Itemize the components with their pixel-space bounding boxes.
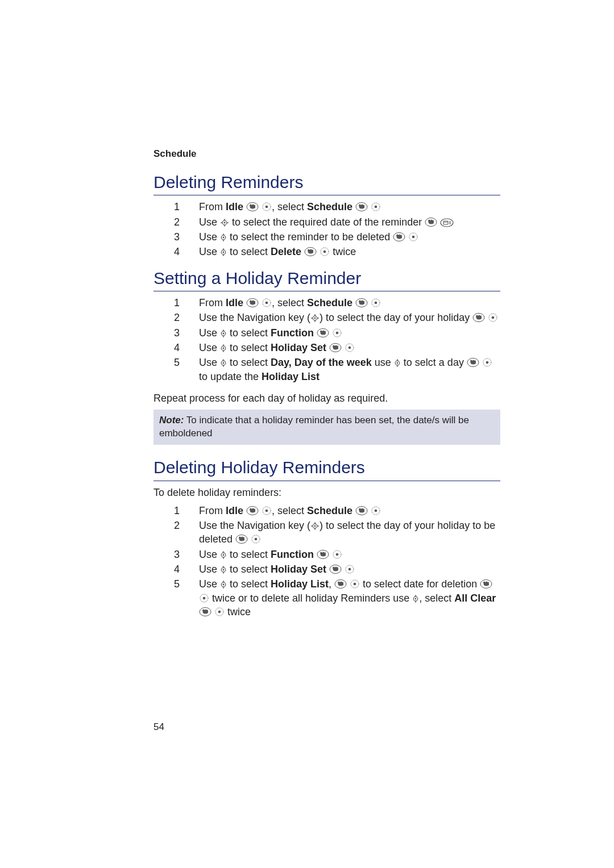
text: Use [199,564,220,575]
step-body: Use to select the required date of the r… [199,215,500,229]
nav-vertical-icon [220,248,227,257]
manual-page: Schedule Deleting Reminders 1 From Idle … [0,0,614,779]
step: 3 Use to select the reminder to be delet… [174,230,500,244]
text: Use [199,327,220,339]
heading-deleting-reminders: Deleting Reminders [154,171,500,196]
hand-icon [317,328,329,338]
step: 5 Use to select Holiday List, to select … [174,577,500,619]
step-body: Use the Navigation key () to select the … [199,311,500,324]
note-label: Note: [159,415,184,425]
text: Holiday List [271,578,329,590]
text: Schedule [307,201,352,212]
step-number: 1 [174,504,181,518]
text: twice [330,246,356,257]
step-number: 3 [174,548,181,561]
step: 5 Use to select Day, Day of the week use… [174,356,500,383]
nav-vertical-icon [412,594,419,603]
hand-icon [246,202,259,212]
step: 2 Use the Navigation key () to select th… [174,311,500,324]
nav-vertical-icon [220,233,227,242]
text: Schedule [307,505,352,516]
step-number: 4 [174,341,181,354]
center-dot-icon [408,232,418,242]
text: use [372,357,394,368]
text: Holiday List [262,371,320,382]
center-dot-icon [332,328,342,338]
center-dot-icon [214,607,225,617]
hand-icon [246,506,259,516]
step-number: 5 [174,577,181,591]
hand-icon [425,217,437,227]
text: Use [199,342,220,353]
nav-vertical-icon [220,565,227,574]
text: All Clear [454,592,496,604]
step-number: 4 [174,562,181,576]
center-dot-icon [345,564,355,574]
text: Function [271,549,314,560]
heading-setting-holiday: Setting a Holiday Reminder [154,267,500,292]
step-body: Use to select Day, Day of the week use t… [199,356,500,383]
text: Schedule [307,297,352,308]
center-dot-icon [482,357,492,368]
text: , select [419,592,454,604]
center-dot-icon [371,298,381,308]
hand-icon [355,202,368,212]
nav-4way-icon [310,521,320,531]
text: From [199,201,226,212]
page-number: 54 [154,721,500,734]
step-number: 2 [174,215,181,229]
text: Holiday Set [271,342,326,353]
center-dot-icon [332,549,342,560]
hand-icon [355,298,368,308]
note-box: Note: To indicate that a holiday reminde… [154,410,500,445]
text: Function [271,327,314,339]
nav-4way-icon [310,314,320,323]
nav-vertical-icon [220,550,227,560]
nav-vertical-icon [220,344,227,353]
step-number: 2 [174,519,181,532]
text: Delete [271,246,301,257]
step-number: 3 [174,230,181,244]
step-body: From Idle , select Schedule [199,296,500,310]
paragraph-to-delete: To delete holiday reminders: [154,486,500,499]
step-number: 1 [174,296,181,310]
hand-icon [329,564,342,574]
text: Use [199,246,220,257]
hand-icon [199,607,211,617]
text: Use [199,578,220,590]
note-body: To indicate that a holiday reminder has … [159,415,469,439]
text: Use [199,231,220,243]
heading-deleting-holiday: Deleting Holiday Reminders [154,456,500,481]
section-label: Schedule [154,148,500,161]
text: to select [227,549,271,560]
center-dot-icon [371,202,381,212]
step: 1 From Idle , select Schedule [174,296,500,310]
text: to update the [199,371,262,382]
hand-icon [355,506,368,516]
text: , select [272,505,307,516]
center-dot-icon [262,202,272,212]
hand-icon [334,579,347,589]
step-body: Use to select Function [199,548,500,561]
center-dot-icon [251,534,261,544]
text: to select date for deletion [360,578,480,590]
text: Use [199,357,220,368]
hand-icon [472,312,485,323]
paragraph-repeat: Repeat process for each day of holiday a… [154,391,500,405]
nav-vertical-icon [220,580,227,589]
calendar-oval-icon [440,218,454,227]
step: 3 Use to select Function [174,326,500,340]
step-number: 2 [174,311,181,324]
step: 3 Use to select Function [174,548,500,561]
step: 4 Use to select Holiday Set [174,341,500,354]
hand-icon [480,579,492,589]
text: Idle [226,505,243,516]
text: Use the Navigation key ( [199,312,310,323]
step-body: Use to select Holiday Set [199,341,500,354]
step-body: Use to select Function [199,326,500,340]
text: Use [199,216,220,228]
text: twice or to delete all holiday Reminders… [209,592,412,604]
text: to select [227,357,271,368]
steps-deleting-holiday: 1 From Idle , select Schedule 2 Use the … [154,504,500,619]
hand-icon [304,247,317,257]
